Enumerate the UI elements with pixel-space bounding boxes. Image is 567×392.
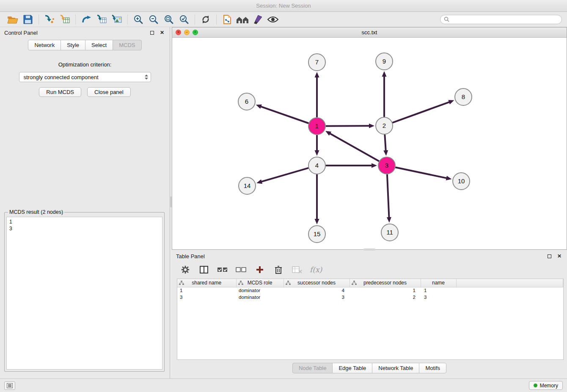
graph-node-1[interactable]: 1 bbox=[308, 118, 325, 135]
tab-network[interactable]: Network bbox=[28, 40, 61, 50]
tab-select[interactable]: Select bbox=[85, 40, 113, 50]
table-cell[interactable]: dominator bbox=[236, 294, 284, 301]
float-table-panel-icon[interactable] bbox=[546, 253, 553, 259]
tab-style[interactable]: Style bbox=[61, 40, 85, 50]
delete-table-button[interactable] bbox=[291, 264, 303, 276]
import-table-url-button[interactable] bbox=[94, 13, 109, 26]
window-close-button[interactable]: ✕ bbox=[176, 30, 181, 35]
select-all-icon bbox=[217, 266, 228, 273]
panel-menu-button[interactable] bbox=[4, 381, 15, 390]
zoom-in-button[interactable] bbox=[131, 13, 146, 26]
close-panel-button[interactable]: Close panel bbox=[87, 87, 131, 97]
graph-node-14[interactable]: 14 bbox=[239, 177, 256, 194]
table-settings-button[interactable] bbox=[179, 264, 191, 276]
table-panel: Table Panel ✕ bbox=[172, 251, 567, 378]
trash-icon bbox=[274, 265, 283, 274]
mcds-result-item[interactable]: 3 bbox=[9, 225, 160, 232]
tab-node-table[interactable]: Node Table bbox=[292, 363, 333, 373]
column-header-name[interactable]: name bbox=[421, 279, 456, 287]
graph-node-label: 3 bbox=[385, 162, 388, 169]
graph-node-9[interactable]: 9 bbox=[376, 53, 393, 70]
graph-node-4[interactable]: 4 bbox=[308, 157, 325, 174]
column-header-successor-nodes[interactable]: successor nodes bbox=[284, 279, 350, 287]
graph-node-label: 1 bbox=[315, 122, 319, 130]
run-mcds-button[interactable]: Run MCDS bbox=[39, 87, 81, 97]
zoom-selected-button[interactable] bbox=[176, 13, 192, 26]
style-button[interactable] bbox=[250, 13, 265, 26]
tab-motifs[interactable]: Motifs bbox=[419, 363, 446, 373]
table-cell[interactable]: 1 bbox=[421, 287, 456, 294]
table-row[interactable]: 3dominator323 bbox=[177, 294, 563, 301]
network-canvas[interactable]: 7968124314101511 bbox=[172, 38, 567, 249]
mcds-result-item[interactable]: 1 bbox=[9, 218, 160, 225]
tab-mcds[interactable]: MCDS bbox=[113, 40, 141, 50]
graph-edge-3-1[interactable] bbox=[330, 134, 378, 161]
table-toolbar: f(x) bbox=[172, 262, 567, 278]
select-all-button[interactable] bbox=[217, 264, 228, 276]
zoom-fit-button[interactable] bbox=[161, 13, 176, 26]
optimization-select[interactable]: strongly connected component bbox=[19, 72, 151, 82]
home-button[interactable] bbox=[235, 13, 250, 26]
table-cell[interactable]: 3 bbox=[177, 294, 236, 301]
refresh-button[interactable] bbox=[198, 13, 213, 26]
add-column-button[interactable] bbox=[254, 264, 266, 276]
mcds-result-list[interactable]: 13 bbox=[6, 217, 162, 370]
column-header-shared-name[interactable]: shared name bbox=[177, 279, 236, 287]
graph-edge-2-3[interactable] bbox=[385, 135, 385, 150]
open-session-icon bbox=[7, 15, 18, 24]
column-header-mcds-role[interactable]: MCDS role bbox=[236, 279, 284, 287]
close-panel-icon[interactable]: ✕ bbox=[159, 29, 165, 36]
table-cell[interactable]: 1 bbox=[350, 287, 421, 294]
close-table-panel-icon[interactable]: ✕ bbox=[556, 253, 563, 259]
table-cell[interactable]: 2 bbox=[350, 294, 421, 301]
tab-network-table[interactable]: Network Table bbox=[372, 363, 419, 373]
tab-edge-table[interactable]: Edge Table bbox=[332, 363, 372, 373]
table-cell[interactable]: 3 bbox=[284, 294, 350, 301]
graph-node-6[interactable]: 6 bbox=[238, 93, 255, 110]
table-cell[interactable]: dominator bbox=[236, 287, 284, 294]
graph-edge-2-8[interactable] bbox=[393, 102, 449, 122]
import-network-file-button[interactable] bbox=[42, 13, 57, 26]
list-icon bbox=[7, 383, 13, 388]
open-session-button[interactable] bbox=[5, 13, 20, 26]
search-box[interactable] bbox=[440, 15, 562, 24]
graph-node-2[interactable]: 2 bbox=[376, 117, 393, 134]
table-cell[interactable]: 4 bbox=[284, 287, 350, 294]
column-selector-button[interactable] bbox=[198, 264, 210, 276]
graph-node-11[interactable]: 11 bbox=[381, 224, 398, 241]
deselect-all-button[interactable] bbox=[235, 264, 247, 276]
delete-column-button[interactable] bbox=[272, 264, 284, 276]
load-network-url-button[interactable] bbox=[79, 13, 94, 26]
graph-node-7[interactable]: 7 bbox=[308, 54, 325, 71]
zoom-out-button[interactable] bbox=[146, 13, 161, 26]
graph-edge-3-10[interactable] bbox=[396, 168, 446, 178]
search-input[interactable] bbox=[451, 17, 558, 22]
table-cell[interactable]: 1 bbox=[177, 287, 236, 294]
graph-edge-1-6[interactable] bbox=[261, 107, 308, 123]
graph-edge-4-14[interactable] bbox=[262, 168, 308, 182]
window-minimize-button[interactable]: − bbox=[184, 30, 190, 35]
function-builder-button[interactable]: f(x) bbox=[310, 265, 322, 274]
table-row[interactable]: 1dominator411 bbox=[177, 287, 563, 294]
graph-node-10[interactable]: 10 bbox=[453, 173, 470, 190]
export-image-button[interactable] bbox=[109, 13, 124, 26]
graph-node-8[interactable]: 8 bbox=[455, 88, 472, 105]
graph-edge-1-2[interactable] bbox=[326, 126, 369, 126]
window-zoom-button[interactable]: + bbox=[193, 30, 198, 35]
zoom-in-icon bbox=[133, 14, 143, 25]
eye-button[interactable] bbox=[265, 13, 281, 26]
style-icon bbox=[253, 14, 263, 25]
column-header-predecessor-nodes[interactable]: predecessor nodes bbox=[350, 279, 421, 287]
memory-status-dot bbox=[534, 384, 537, 387]
graph-edge-3-11[interactable] bbox=[387, 175, 389, 217]
zoom-fit-icon bbox=[164, 14, 174, 25]
graph-node-15[interactable]: 15 bbox=[308, 226, 325, 243]
import-table-file-button[interactable] bbox=[57, 13, 72, 26]
table-cell[interactable]: 3 bbox=[421, 294, 456, 301]
save-session-button[interactable] bbox=[20, 13, 36, 26]
first-neighbors-button[interactable] bbox=[220, 13, 235, 26]
memory-button[interactable]: Memory bbox=[529, 381, 563, 390]
graph-node-3[interactable]: 3 bbox=[378, 157, 395, 174]
save-session-icon bbox=[23, 15, 33, 24]
float-panel-icon[interactable] bbox=[149, 29, 155, 36]
